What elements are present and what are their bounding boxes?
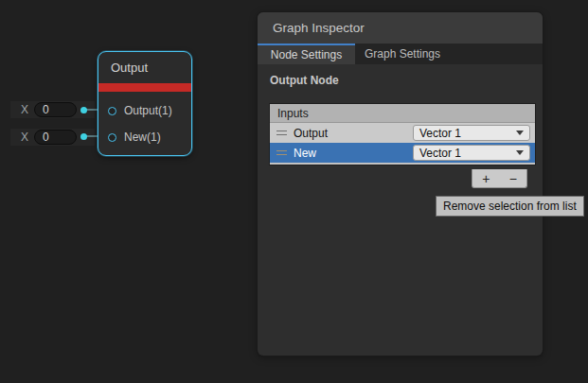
input-name: Output bbox=[294, 127, 328, 140]
type-dropdown[interactable]: Vector 1 bbox=[413, 125, 530, 141]
input-port-icon[interactable] bbox=[108, 107, 116, 115]
edge-connector-dot-icon[interactable] bbox=[80, 107, 87, 113]
tab-graph-settings[interactable]: Graph Settings bbox=[355, 44, 457, 64]
panel-title[interactable]: Graph Inspector bbox=[258, 12, 543, 44]
inputs-reorderable-list: Inputs Output Vector 1 New Vector 1 bbox=[270, 104, 535, 165]
dropdown-value: Vector 1 bbox=[419, 127, 461, 140]
node-port-row: New(1) bbox=[98, 128, 161, 147]
x-value-input[interactable] bbox=[34, 102, 77, 117]
remove-item-button[interactable]: − bbox=[500, 169, 527, 187]
list-item-new[interactable]: New Vector 1 bbox=[270, 143, 535, 163]
list-header: Inputs bbox=[270, 104, 535, 123]
chevron-down-icon bbox=[516, 150, 524, 155]
input-port-icon[interactable] bbox=[108, 133, 116, 142]
type-dropdown[interactable]: Vector 1 bbox=[413, 145, 530, 161]
drag-handle-icon[interactable] bbox=[276, 150, 287, 155]
add-item-button[interactable]: + bbox=[472, 169, 500, 187]
list-button-bar: + − bbox=[472, 169, 527, 188]
list-item-output[interactable]: Output Vector 1 bbox=[270, 123, 535, 143]
edge-connector-dot-icon[interactable] bbox=[80, 133, 87, 140]
tooltip: Remove selection from list bbox=[436, 196, 584, 217]
chevron-down-icon bbox=[516, 131, 524, 135]
graph-inspector-panel: Graph Inspector Node Settings Graph Sett… bbox=[258, 12, 543, 356]
x-value-input[interactable] bbox=[34, 130, 77, 145]
tab-node-settings[interactable]: Node Settings bbox=[258, 44, 355, 64]
section-title: Output Node bbox=[270, 74, 543, 87]
node-port-row: Output(1) bbox=[98, 101, 172, 120]
port-label: Output(1) bbox=[124, 104, 172, 117]
node-category-color-bar bbox=[98, 83, 191, 92]
tab-bar: Node Settings Graph Settings bbox=[258, 44, 543, 64]
dropdown-value: Vector 1 bbox=[419, 147, 461, 160]
output-node[interactable]: Output Output(1) New(1) bbox=[98, 51, 192, 156]
port-label: New(1) bbox=[124, 131, 161, 144]
node-title: Output bbox=[98, 52, 191, 83]
drag-handle-icon[interactable] bbox=[276, 131, 287, 135]
x-component-label: X bbox=[21, 103, 30, 116]
x-component-label: X bbox=[21, 131, 30, 144]
input-name: New bbox=[294, 147, 316, 160]
